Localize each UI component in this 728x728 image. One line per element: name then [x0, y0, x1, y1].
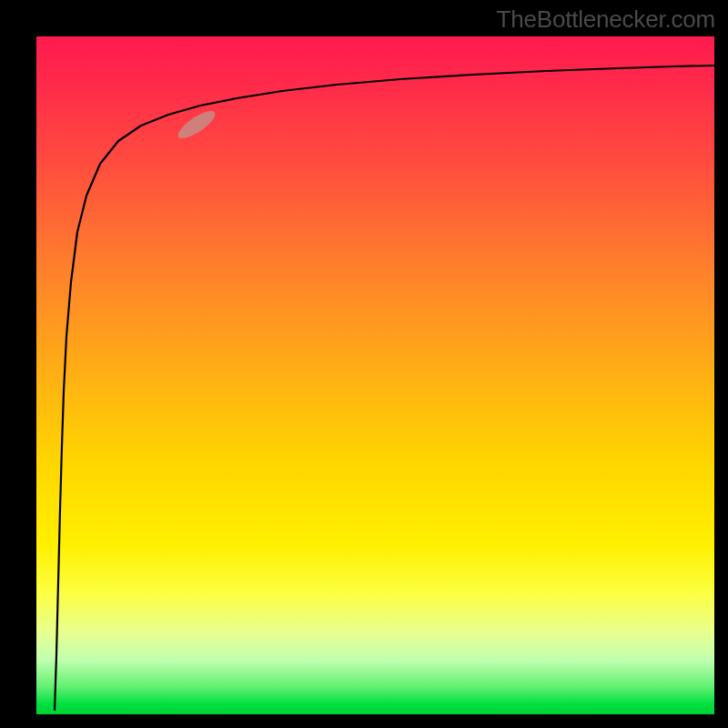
gradient-background [36, 36, 714, 714]
plot-area [36, 36, 714, 714]
watermark-text: TheBottlenecker.com [497, 5, 715, 34]
chart-frame: TheBottlenecker.com [0, 0, 728, 728]
